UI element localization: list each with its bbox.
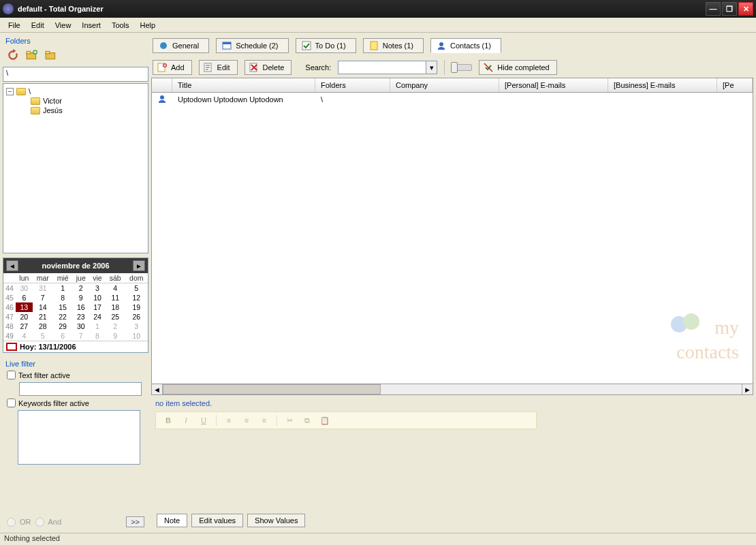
bold-icon[interactable]: B (163, 415, 174, 426)
calendar-day[interactable]: 18 (106, 302, 125, 312)
align-center-icon[interactable]: ≡ (241, 415, 252, 426)
search-input[interactable] (338, 61, 426, 74)
col-company[interactable]: Company (390, 78, 499, 92)
detail-tab-edit-values[interactable]: Edit values (191, 514, 243, 527)
maximize-button[interactable]: ❐ (722, 2, 737, 16)
list-body[interactable]: Uptodown Uptodown Uptodown \ my contacts (151, 93, 753, 384)
filter-apply-button[interactable]: >> (126, 516, 144, 527)
tab-notes[interactable]: Notes (1) (363, 38, 424, 53)
calendar-day[interactable]: 30 (16, 283, 33, 294)
scroll-left-button[interactable]: ◄ (152, 384, 163, 394)
calendar-day[interactable]: 11 (106, 293, 125, 302)
calendar-day[interactable]: 26 (125, 312, 148, 322)
new-folder-icon[interactable] (26, 49, 38, 61)
cut-icon[interactable]: ✂ (284, 415, 295, 426)
align-right-icon[interactable]: ≡ (259, 415, 270, 426)
calendar-day[interactable]: 12 (125, 293, 148, 302)
delete-button[interactable]: Delete (245, 60, 292, 75)
calendar-day[interactable]: 28 (33, 322, 53, 331)
calendar-day[interactable]: 5 (125, 283, 148, 294)
menu-help[interactable]: Help (135, 20, 161, 31)
calendar-day[interactable]: 6 (53, 331, 73, 341)
scroll-right-button[interactable]: ► (742, 384, 753, 394)
edit-button[interactable]: Edit (199, 60, 238, 75)
calendar-day[interactable]: 15 (53, 302, 73, 312)
close-button[interactable]: ✕ (738, 2, 753, 16)
zoom-slider[interactable] (452, 64, 472, 71)
menu-view[interactable]: View (50, 20, 77, 31)
text-filter-checkbox[interactable] (7, 371, 16, 379)
calendar-day[interactable]: 9 (106, 331, 125, 341)
calendar-day[interactable]: 29 (53, 322, 73, 331)
col-business-emails[interactable]: [Business] E-mails (608, 78, 717, 92)
calendar-day[interactable]: 22 (53, 312, 73, 322)
calendar-day[interactable]: 3 (125, 322, 148, 331)
calendar-prev-button[interactable]: ◄ (6, 260, 18, 271)
menu-tools[interactable]: Tools (106, 20, 135, 31)
calendar-day[interactable]: 1 (89, 322, 106, 331)
detail-tab-note[interactable]: Note (157, 514, 187, 527)
minimize-button[interactable]: — (706, 2, 721, 16)
col-extra[interactable]: [Pe (717, 78, 753, 92)
text-filter-input[interactable] (19, 382, 142, 396)
col-title[interactable]: Title (172, 78, 315, 92)
hide-completed-button[interactable]: Hide completed (479, 60, 556, 75)
calendar-day[interactable]: 14 (33, 302, 53, 312)
calendar-day[interactable]: 16 (72, 302, 89, 312)
tab-schedule[interactable]: Schedule (2) (216, 38, 288, 53)
menu-edit[interactable]: Edit (26, 20, 50, 31)
calendar-day[interactable]: 27 (16, 322, 33, 331)
calendar-day[interactable]: 24 (89, 312, 106, 322)
detail-tab-show-values[interactable]: Show Values (247, 514, 305, 527)
folder-options-icon[interactable] (45, 49, 57, 61)
calendar-day[interactable]: 2 (106, 322, 125, 331)
calendar-day[interactable]: 8 (53, 293, 73, 302)
tab-todo[interactable]: To Do (1) (296, 38, 356, 53)
calendar-today-label[interactable]: Hoy: 13/11/2006 (20, 343, 76, 351)
table-row[interactable]: Uptodown Uptodown Uptodown \ (152, 93, 753, 106)
refresh-icon[interactable] (7, 49, 19, 61)
scroll-thumb[interactable] (163, 384, 381, 394)
calendar-day[interactable]: 23 (72, 312, 89, 322)
search-dropdown-icon[interactable]: ▾ (426, 61, 437, 74)
tab-contacts[interactable]: Contacts (1) (430, 38, 501, 53)
calendar-day[interactable]: 4 (106, 283, 125, 294)
calendar-day[interactable]: 2 (72, 283, 89, 294)
calendar-day[interactable]: 5 (33, 331, 53, 341)
col-icon[interactable] (152, 78, 172, 92)
col-folders[interactable]: Folders (315, 78, 390, 92)
tree-node-jesus[interactable]: Jesús (43, 106, 63, 114)
path-input[interactable]: \ (3, 67, 148, 82)
calendar-day[interactable]: 25 (106, 312, 125, 322)
tree-root-label[interactable]: \ (29, 87, 31, 95)
calendar-day[interactable]: 31 (33, 283, 53, 294)
calendar-day[interactable]: 1 (53, 283, 73, 294)
calendar-day[interactable]: 7 (33, 293, 53, 302)
italic-icon[interactable]: I (180, 415, 191, 426)
tree-collapse-icon[interactable]: − (6, 88, 14, 95)
keywords-filter-input[interactable] (18, 410, 140, 465)
keywords-filter-checkbox[interactable] (7, 399, 16, 407)
calendar-day[interactable]: 30 (72, 322, 89, 331)
horizontal-scrollbar[interactable]: ◄ ► (151, 384, 753, 395)
calendar-day[interactable]: 4 (16, 331, 33, 341)
menu-insert[interactable]: Insert (76, 20, 106, 31)
tab-general[interactable]: General (153, 38, 209, 53)
underline-icon[interactable]: U (198, 415, 209, 426)
calendar-day[interactable]: 17 (89, 302, 106, 312)
calendar-day[interactable]: 21 (33, 312, 53, 322)
folder-tree[interactable]: − \ Victor Jesús (3, 83, 148, 253)
calendar-day[interactable]: 13 (16, 302, 33, 312)
tree-node-victor[interactable]: Victor (43, 97, 62, 105)
add-button[interactable]: Add (153, 60, 192, 75)
calendar-day[interactable]: 10 (125, 331, 148, 341)
calendar-next-button[interactable]: ► (133, 260, 145, 271)
calendar-day[interactable]: 7 (72, 331, 89, 341)
calendar-day[interactable]: 20 (16, 312, 33, 322)
calendar-day[interactable]: 3 (89, 283, 106, 294)
calendar-day[interactable]: 8 (89, 331, 106, 341)
copy-icon[interactable]: ⧉ (302, 415, 313, 426)
calendar-day[interactable]: 19 (125, 302, 148, 312)
calendar-day[interactable]: 9 (72, 293, 89, 302)
calendar-day[interactable]: 10 (89, 293, 106, 302)
